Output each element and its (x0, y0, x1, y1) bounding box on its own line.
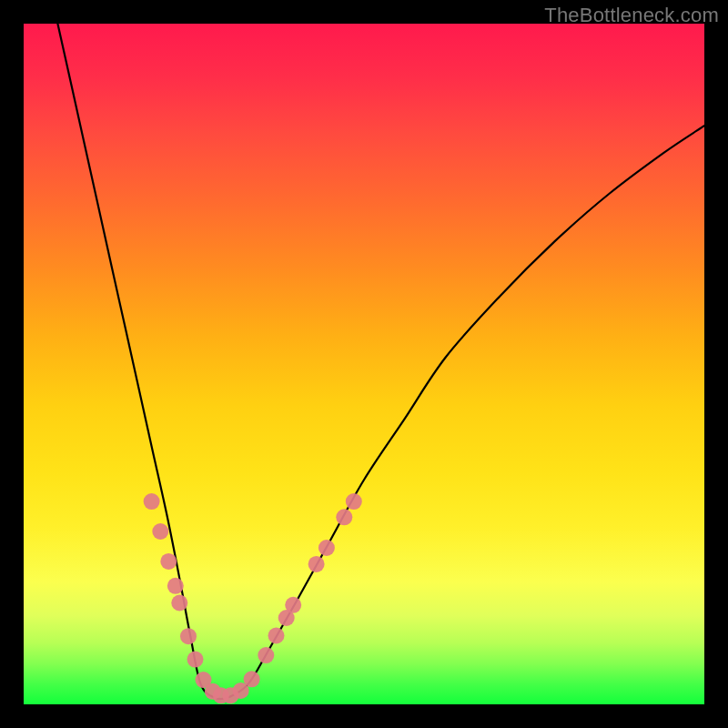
highlight-dot (336, 509, 352, 525)
highlight-dot (346, 493, 362, 510)
plot-area (24, 24, 704, 704)
highlight-dot (308, 556, 325, 572)
highlight-dot (171, 595, 187, 612)
highlight-dot (160, 553, 177, 570)
curve-layer (24, 24, 704, 704)
highlight-dot (152, 523, 168, 540)
highlight-dot (258, 647, 274, 663)
highlight-dot (285, 597, 301, 613)
highlight-dots-group (144, 493, 362, 703)
highlight-dot (244, 671, 260, 687)
highlight-dot (187, 652, 204, 668)
highlight-dot (167, 578, 184, 594)
highlight-dot (318, 540, 335, 556)
curve-path (57, 24, 704, 699)
highlight-dot (180, 628, 197, 644)
bottleneck-curve (57, 24, 704, 699)
highlight-dot (268, 628, 285, 644)
watermark-text: TheBottleneck.com (544, 4, 719, 27)
chart-frame: TheBottleneck.com (0, 0, 728, 728)
highlight-dot (144, 493, 160, 510)
